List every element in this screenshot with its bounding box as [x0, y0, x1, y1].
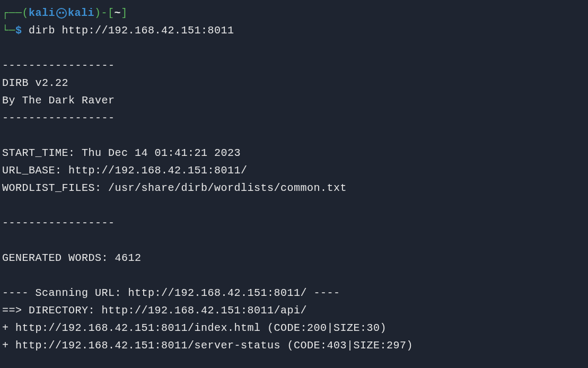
output-urlbase: URL_BASE: http://192.168.42.151:8011/	[2, 162, 586, 179]
prompt-host: kali	[68, 7, 94, 19]
output-separator-3: -----------------	[2, 214, 586, 232]
output-starttime: START_TIME: Thu Dec 14 01:41:21 2023	[2, 144, 586, 162]
output-header-2: By The Dark Raver	[2, 92, 586, 109]
output-directory: ==> DIRECTORY: http://192.168.42.151:801…	[2, 302, 586, 319]
prompt-line-2: └─$ dirb http://192.168.42.151:8011	[2, 22, 586, 39]
blank-line	[2, 39, 586, 57]
blank-line	[2, 267, 586, 284]
prompt-path: ~	[115, 7, 121, 19]
prompt-line-1: ┌──(kalikali)-[~]	[2, 4, 586, 22]
output-wordlist: WORDLIST_FILES: /usr/share/dirb/wordlist…	[2, 179, 586, 197]
output-header-1: DIRB v2.22	[2, 74, 586, 92]
blank-line	[2, 197, 586, 214]
skull-icon	[56, 8, 67, 19]
output-separator-1: -----------------	[2, 57, 586, 74]
command-text: dirb http://192.168.42.151:8011	[29, 24, 234, 37]
output-result-2: + http://192.168.42.151:8011/server-stat…	[2, 337, 586, 354]
output-scanning: ---- Scanning URL: http://192.168.42.151…	[2, 284, 586, 302]
terminal-window[interactable]: ┌──(kalikali)-[~] └─$ dirb http://192.16…	[2, 4, 586, 354]
output-generated: GENERATED WORDS: 4612	[2, 249, 586, 267]
output-result-1: + http://192.168.42.151:8011/index.html …	[2, 319, 586, 337]
prompt-symbol: $	[15, 24, 22, 37]
output-separator-2: -----------------	[2, 109, 586, 127]
prompt-user: kali	[29, 7, 55, 19]
blank-line	[2, 127, 586, 144]
blank-line	[2, 232, 586, 249]
